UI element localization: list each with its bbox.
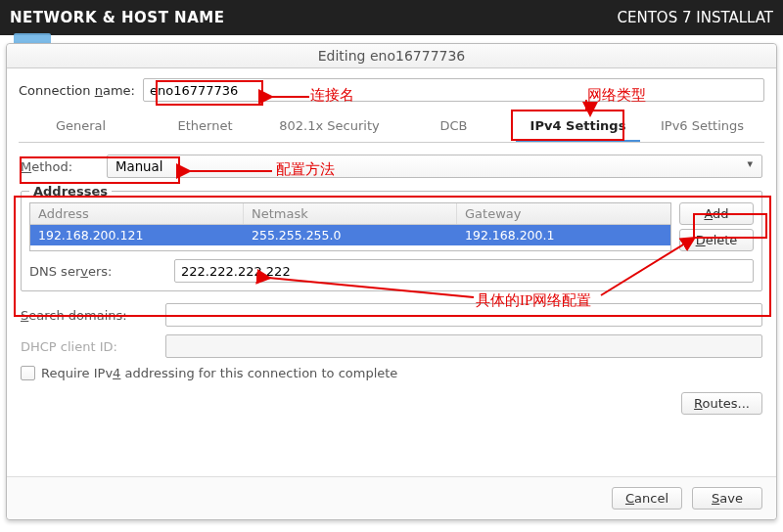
tab-ethernet[interactable]: Ethernet — [143, 111, 267, 142]
search-domains-input[interactable] — [165, 303, 762, 327]
tab-ipv4-settings[interactable]: IPv4 Settings — [516, 111, 640, 142]
require-ipv4-checkbox[interactable] — [21, 366, 35, 380]
dns-servers-input[interactable] — [174, 259, 754, 283]
cell-gateway: 192.168.200.1 — [457, 225, 670, 245]
tabs-bar: General Ethernet 802.1x Security DCB IPv… — [19, 111, 764, 143]
require-ipv4-row[interactable]: Require IPv4 addressing for this connect… — [21, 366, 762, 380]
addresses-legend: Addresses — [29, 184, 112, 199]
tab-dcb[interactable]: DCB — [392, 111, 516, 142]
dhcp-client-id-label: DHCP client ID: — [21, 339, 158, 354]
installer-title-right: CENTOS 7 INSTALLAT — [618, 9, 774, 26]
dhcp-client-id-input — [165, 334, 762, 358]
table-row[interactable]: 192.168.200.121 255.255.255.0 192.168.20… — [30, 225, 670, 245]
col-gateway: Gateway — [457, 203, 670, 224]
addresses-group: Addresses Address Netmask Gateway 192.16… — [21, 184, 762, 291]
cell-netmask: 255.255.255.0 — [244, 225, 457, 245]
search-domains-label: Search domains: — [21, 308, 158, 323]
add-button[interactable]: Add — [679, 202, 754, 225]
edit-connection-dialog: Editing eno16777736 Connection name: Gen… — [6, 43, 777, 520]
cancel-button[interactable]: Cancel — [612, 487, 682, 510]
addresses-table[interactable]: Address Netmask Gateway 192.168.200.121 … — [29, 202, 671, 251]
installer-header: NETWORK & HOST NAME CENTOS 7 INSTALLAT — [0, 0, 783, 35]
require-ipv4-label: Require IPv4 addressing for this connect… — [41, 366, 397, 380]
col-netmask: Netmask — [244, 203, 457, 224]
dns-servers-label: DNS servers: — [29, 264, 166, 279]
connection-name-label: Connection name: — [19, 83, 135, 98]
tab-general[interactable]: General — [19, 111, 143, 142]
delete-button[interactable]: Delete — [679, 229, 754, 251]
addresses-table-header: Address Netmask Gateway — [30, 203, 670, 225]
connection-name-input[interactable] — [143, 78, 764, 102]
dialog-title: Editing eno16777736 — [7, 44, 776, 68]
tab-8021x-security[interactable]: 802.1x Security — [267, 111, 392, 142]
cell-address: 192.168.200.121 — [30, 225, 244, 245]
routes-button[interactable]: Routes... — [681, 392, 762, 415]
tab-ipv6-settings[interactable]: IPv6 Settings — [640, 111, 764, 142]
installer-title-left: NETWORK & HOST NAME — [10, 9, 224, 26]
save-button[interactable]: Save — [692, 487, 762, 510]
method-dropdown[interactable]: Manual — [107, 155, 762, 178]
col-address: Address — [30, 203, 244, 224]
